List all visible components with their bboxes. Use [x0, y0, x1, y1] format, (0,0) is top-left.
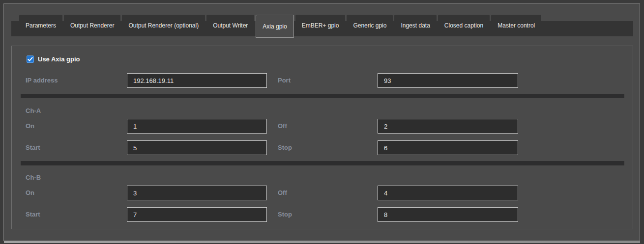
ch-b-stop-label: Stop — [278, 211, 292, 218]
ch-b-on-input[interactable] — [127, 186, 267, 200]
ch-b-on-label: On — [26, 189, 34, 196]
ch-b-off-input[interactable] — [378, 186, 518, 200]
ch-a-on-label: On — [26, 122, 34, 130]
tab-ember-gpio[interactable]: EmBER+ gpio — [295, 15, 346, 36]
ch-a-start-label: Start — [26, 144, 40, 151]
use-axia-gpio-row: Use Axia gpio — [27, 55, 80, 63]
ch-b-off-label: Off — [278, 189, 287, 196]
divider — [21, 161, 624, 165]
tab-generic-gpio[interactable]: Generic gpio — [347, 15, 393, 36]
ch-a-section-title: Ch-A — [26, 107, 41, 114]
ch-b-section-title: Ch-B — [26, 174, 41, 181]
ch-a-on-input[interactable] — [127, 119, 267, 134]
port-input[interactable] — [378, 73, 518, 88]
app-window: Parameters Output Renderer Output Render… — [0, 0, 644, 244]
use-axia-gpio-label: Use Axia gpio — [38, 55, 80, 63]
tab-output-renderer[interactable]: Output Renderer — [64, 15, 120, 36]
use-axia-gpio-checkbox[interactable] — [27, 55, 34, 63]
ip-address-input[interactable] — [127, 73, 267, 88]
tab-closed-caption[interactable]: Closed caption — [438, 15, 490, 36]
tab-parameters[interactable]: Parameters — [19, 15, 62, 36]
ch-a-off-input[interactable] — [378, 119, 518, 134]
ch-b-stop-input[interactable] — [378, 207, 518, 222]
axia-gpio-panel: Use Axia gpio IP address Port Ch-A On Of… — [11, 46, 633, 229]
port-label: Port — [278, 77, 291, 84]
tab-output-renderer-optional[interactable]: Output Renderer (optional) — [122, 15, 205, 36]
tab-ingest-data[interactable]: Ingest data — [394, 15, 436, 36]
window-bottom-edge — [4, 241, 640, 243]
ch-a-start-input[interactable] — [127, 140, 267, 155]
tab-axia-gpio[interactable]: Axia gpio — [256, 15, 293, 38]
tab-output-writer[interactable]: Output Writer — [206, 15, 254, 36]
ip-address-label: IP address — [26, 77, 58, 84]
ch-b-start-input[interactable] — [127, 207, 267, 222]
settings-dialog: Parameters Output Renderer Output Render… — [3, 3, 640, 241]
tab-master-control[interactable]: Master control — [491, 15, 541, 36]
tab-bar: Parameters Output Renderer Output Render… — [19, 15, 541, 36]
divider — [21, 94, 624, 98]
checkmark-icon — [28, 56, 33, 62]
ch-a-stop-label: Stop — [278, 144, 292, 151]
ch-b-start-label: Start — [26, 211, 40, 218]
ch-a-stop-input[interactable] — [378, 140, 518, 155]
ch-a-off-label: Off — [278, 122, 287, 130]
